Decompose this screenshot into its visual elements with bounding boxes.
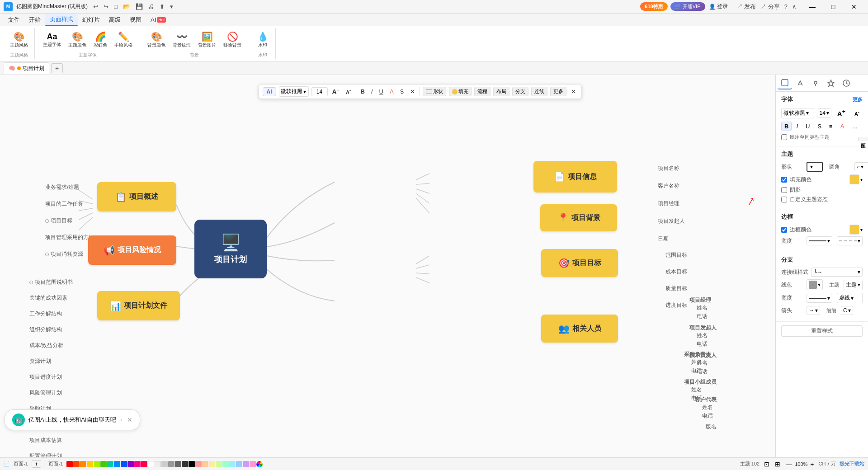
panel-tab-star[interactable] [824, 77, 838, 89]
vip-sale-btn[interactable]: 618特惠 [640, 2, 667, 11]
leaf-version[interactable]: 版名 [706, 423, 717, 431]
corner-style-select[interactable]: C ▾ [841, 306, 853, 315]
panel-tab-ai[interactable] [793, 77, 807, 89]
leaf-team-name[interactable]: 姓名 [691, 386, 717, 394]
ribbon-watermark[interactable]: 💧 水印 [254, 30, 272, 50]
color-mint[interactable] [222, 461, 229, 467]
underline-btn[interactable]: U [377, 87, 385, 96]
font-size-down-btn[interactable]: A- [851, 108, 863, 118]
add-tab-btn[interactable]: + [51, 63, 63, 73]
save-btn[interactable]: 💾 [134, 2, 145, 11]
center-node[interactable]: 🖥️ 项目计划 [194, 220, 267, 278]
color-peach[interactable] [202, 461, 208, 467]
color-yellow[interactable] [87, 461, 93, 467]
node-plan[interactable]: 📊 项目计划文件 [97, 291, 180, 320]
leaf-pm[interactable]: 项目经理 [658, 200, 685, 207]
node-overview[interactable]: 📋 项目概述 [97, 182, 176, 212]
color-white[interactable] [148, 461, 154, 467]
color-light-gray[interactable] [155, 461, 161, 467]
leaf-cost-benefit[interactable]: 成本/效益分析 [29, 342, 73, 349]
color-pink[interactable] [134, 461, 141, 467]
leaf-schedule[interactable]: 项目进度计划 [29, 373, 73, 381]
panel-tab-style[interactable] [778, 77, 792, 89]
bold-font-btn[interactable]: B [781, 122, 792, 131]
color-btn[interactable]: A [388, 87, 396, 96]
leaf-pm-name[interactable]: 姓名 [697, 304, 717, 312]
leaf-resource-plan[interactable]: 资源计划 [29, 357, 73, 365]
line-style-select[interactable]: ▾ [807, 236, 832, 245]
login-btn[interactable]: 👤 登录 [709, 3, 728, 10]
panel-tab-history[interactable] [839, 77, 854, 89]
leaf-obj[interactable]: 项目目标 [51, 217, 72, 225]
shape-select[interactable]: ▾ [807, 162, 823, 172]
branch-line-select[interactable]: ▾ [807, 294, 832, 303]
color-light-red[interactable] [195, 461, 202, 467]
leaf-customer[interactable]: 客户代表 [695, 396, 717, 404]
underline-font-btn[interactable]: U [802, 122, 813, 131]
more-btn[interactable]: ▾ [168, 2, 175, 11]
font-size-up-btn[interactable]: A+ [834, 107, 849, 119]
arrow-select[interactable]: → ▾ [807, 306, 820, 315]
corner-select[interactable]: ⌐ ▾ [854, 162, 868, 171]
leaf-method[interactable]: 项目管理采用的方法 [45, 234, 94, 241]
reset-style-btn[interactable]: 重置样式 [781, 325, 863, 337]
ribbon-theme-style[interactable]: 🎨 主题风格 [7, 30, 31, 50]
panel-tab-location[interactable] [808, 77, 823, 89]
custom-checkbox[interactable] [781, 197, 787, 202]
fill-color-checkbox[interactable] [781, 177, 787, 183]
publish-btn[interactable]: ↗ 发布 [735, 2, 758, 12]
leaf-config-plan[interactable]: 配置管理计划 [29, 452, 73, 457]
leaf-work-task[interactable]: 项目的工作任务 [45, 200, 94, 208]
ribbon-color[interactable]: 🎨 主题颜色 [66, 30, 89, 50]
menu-view[interactable]: 视图 [125, 14, 146, 26]
gradient-picker[interactable] [256, 461, 263, 467]
minimize-btn[interactable]: — [802, 0, 823, 14]
color-sky[interactable] [229, 461, 236, 467]
color-green[interactable] [100, 461, 107, 467]
layout-btn[interactable]: 布局 [493, 87, 509, 96]
flow-btn[interactable]: 流程 [474, 87, 491, 96]
fit-btn[interactable]: ⊡ [763, 461, 770, 468]
leaf-pur-name[interactable]: 姓名 [691, 358, 717, 366]
leaf-init-name[interactable]: 姓名 [697, 332, 717, 339]
color-orange[interactable] [80, 461, 86, 467]
leaf-cust-phone[interactable]: 电话 [702, 412, 717, 420]
border-color-checkbox[interactable] [781, 227, 787, 233]
print-btn[interactable]: 🖨 [146, 2, 156, 11]
open-vip-btn[interactable]: 🛒 开通VIP [670, 2, 705, 11]
color-yellow-green[interactable] [94, 461, 100, 467]
maximize-btn[interactable]: □ [823, 0, 844, 14]
ai-popup-close[interactable]: ✕ [127, 416, 132, 423]
bold-btn[interactable]: B [359, 87, 366, 96]
leaf-resource[interactable]: 项目消耗资源 [51, 250, 83, 258]
leaf-scope-doc[interactable]: 项目范围说明书 [35, 278, 73, 286]
font-select[interactable]: 微软推黑 ▾ [278, 86, 308, 97]
canvas[interactable]: AI 微软推黑 ▾ 14 A+ A- B I U A S̶ ✕ 形状 填充 [0, 75, 775, 457]
strikethrough-btn[interactable]: S̶ [398, 87, 406, 96]
color-light-green[interactable] [216, 461, 222, 467]
menu-slideshow[interactable]: 幻灯片 [78, 14, 104, 26]
leaf-cost-target[interactable]: 成本目标 [665, 268, 687, 276]
redo-btn[interactable]: ↪ [102, 2, 110, 11]
menu-page-style[interactable]: 页面样式 [45, 14, 78, 26]
italic-btn[interactable]: I [369, 87, 375, 96]
leaf-client-name[interactable]: 客户名称 [658, 182, 685, 190]
zoom-out-btn[interactable]: — [785, 461, 793, 468]
line-color-select[interactable]: ▾ [807, 279, 823, 290]
color-blue[interactable] [114, 461, 120, 467]
ribbon-bg-color[interactable]: 🎨 背景颜色 [145, 30, 168, 50]
leaf-risk-plan[interactable]: 风险管理计划 [29, 389, 73, 397]
menu-advanced[interactable]: 高级 [104, 14, 125, 26]
color-teal[interactable] [107, 461, 113, 467]
font-name-select[interactable]: 微软雅黑 ▾ [781, 108, 814, 118]
connect-style-select[interactable]: └→ ▾ [811, 268, 863, 277]
ribbon-bg-texture[interactable]: 〰️ 背景纹理 [170, 30, 193, 50]
leaf-pur-phone[interactable]: 电话 [691, 367, 717, 375]
export-btn[interactable]: ⬆ [158, 2, 166, 11]
add-page-btn[interactable]: + [32, 460, 42, 468]
leaf-initiator[interactable]: 项目发起人 [658, 217, 685, 225]
font-size-up[interactable]: A+ [330, 86, 341, 96]
leaf-obs[interactable]: 组织分解结构 [29, 326, 73, 334]
ribbon-rainbow[interactable]: 🌈 彩虹色 [91, 30, 110, 50]
clear-format-btn[interactable]: ✕ [408, 87, 417, 96]
